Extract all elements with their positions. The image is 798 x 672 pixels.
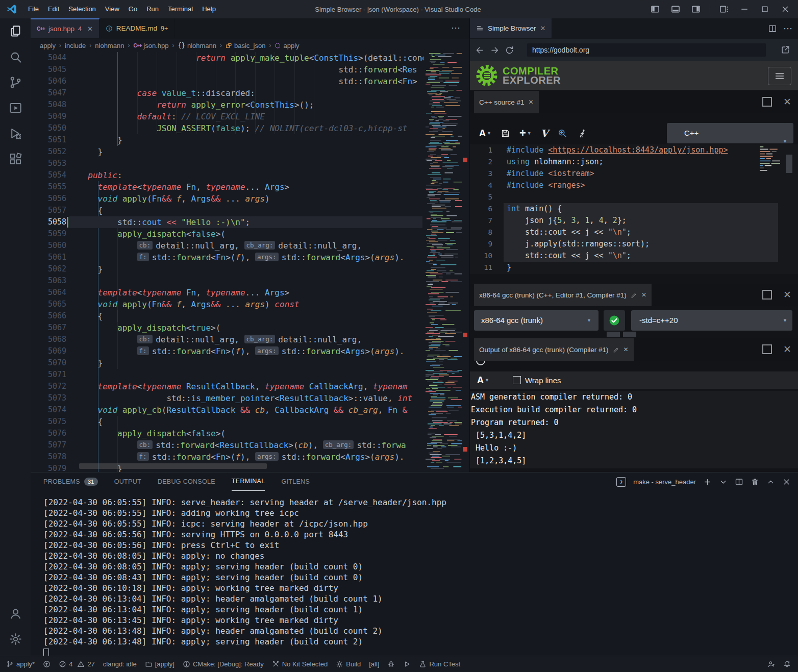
editor-horizontal-scrollbar[interactable]	[79, 463, 267, 469]
tab-json.hpp[interactable]: C++json.hpp4✕	[31, 18, 99, 38]
panel-tab-output[interactable]: OUTPUT	[114, 473, 141, 491]
maximize-pane-icon[interactable]	[762, 344, 772, 354]
code-line-5052[interactable]: 5052 }	[31, 146, 469, 158]
forward-icon[interactable]	[490, 45, 500, 55]
breadcrumb-item-include[interactable]: include	[65, 42, 86, 49]
minimap[interactable]	[423, 52, 462, 472]
status-cmake-target[interactable]: [all]	[369, 660, 379, 668]
code-line-5066[interactable]: 5066 {	[31, 310, 469, 322]
vim-mode-icon[interactable]: V	[541, 128, 548, 139]
maximize-pane-icon[interactable]	[762, 97, 772, 107]
menu-file[interactable]: File	[23, 0, 43, 18]
layout-sidebar-right-icon[interactable]	[687, 2, 705, 16]
close-pane-icon[interactable]: ✕	[783, 291, 791, 298]
code-line-5069[interactable]: 5069 f:std::forward<Fn>(f), args:std::fo…	[31, 345, 469, 357]
layout-sidebar-left-icon[interactable]	[646, 2, 664, 16]
code-line-5056[interactable]: 5056 void apply(Fn&& f, Args&& ... args)	[31, 193, 469, 205]
browser-more-actions-icon[interactable]: ⋯	[783, 23, 792, 34]
new-terminal-icon[interactable]	[703, 478, 712, 486]
minimize-button[interactable]	[736, 2, 753, 16]
close-window-button[interactable]	[777, 2, 794, 16]
kill-terminal-icon[interactable]	[751, 478, 759, 486]
code-line-5046[interactable]: 5046 std::forward<Fn>	[31, 76, 469, 87]
maximize-button[interactable]	[756, 2, 774, 16]
status-cmake-kit[interactable]: No Kit Selected	[272, 660, 328, 668]
font-size-button[interactable]: A▼	[479, 128, 491, 139]
code-line-5076[interactable]: 5076 apply_dispatch<false>(	[31, 428, 469, 439]
status-run-ctest[interactable]: Run CTest	[419, 660, 460, 668]
breadcrumb-item-nlohmann[interactable]: {}nlohmann	[178, 42, 216, 49]
godbolt-code-line-1[interactable]: 1#include <https://localhost:8443/apply/…	[470, 144, 798, 156]
edit-title-icon[interactable]	[613, 346, 619, 353]
open-external-icon[interactable]	[781, 45, 790, 55]
add-pane-button[interactable]: +▼	[519, 127, 532, 140]
cpp-insights-icon[interactable]	[557, 128, 567, 138]
compiler-select[interactable]: x86-64 gcc (trunk) ▼	[474, 310, 598, 331]
godbolt-code-line-3[interactable]: 3#include <iostream>	[470, 168, 798, 180]
menu-view[interactable]: View	[101, 0, 124, 18]
code-line-5044[interactable]: 5044 return apply_make_tuple<ConstThis>(…	[31, 52, 469, 64]
close-icon[interactable]: ✕	[529, 98, 534, 106]
code-line-5050[interactable]: 5050 JSON_ASSERT(false); // NOLINT(cert-…	[31, 122, 469, 134]
close-tab-icon[interactable]: ✕	[540, 24, 546, 32]
tab-output[interactable]: Output of x86-64 gcc (trunk) (Compiler #…	[474, 338, 634, 361]
godbolt-code-line-6[interactable]: 6int main() {	[470, 203, 798, 215]
code-line-5065[interactable]: 5065 void apply(Fn&& f, Args&& ... args)…	[31, 298, 469, 310]
close-icon[interactable]: ✕	[624, 346, 629, 353]
hamburger-menu-icon[interactable]	[768, 67, 791, 85]
close-panel-icon[interactable]	[782, 478, 791, 486]
wrap-lines-checkbox[interactable]	[513, 376, 521, 384]
terminal-output[interactable]: [2022-04-30 06:05:55] INFO: serve_header…	[43, 497, 788, 658]
breadcrumb-item-apply[interactable]: apply	[40, 42, 56, 49]
quick-bench-icon[interactable]	[577, 128, 587, 138]
panel-tab-gitlens[interactable]: GITLENS	[281, 473, 310, 491]
breadcrumb-item-nlohmann[interactable]: nlohmann	[95, 42, 124, 49]
code-line-5074[interactable]: 5074 void apply_cb(ResultCallback && cb,…	[31, 404, 469, 416]
status-feedback-icon[interactable]	[767, 660, 775, 668]
split-terminal-icon[interactable]	[735, 478, 743, 486]
code-line-5077[interactable]: 5077 cb:std::forward<ResultCallback>(cb)…	[31, 439, 469, 451]
code-line-5075[interactable]: 5075 {	[31, 416, 469, 428]
activity-source-control-icon[interactable]	[0, 69, 31, 95]
godbolt-source-editor[interactable]: 1#include <https://localhost:8443/apply/…	[470, 144, 798, 274]
compiler-options-input[interactable]: -std=c++20 ▼	[631, 310, 792, 331]
code-line-5048[interactable]: 5048 return apply_error<ConstThis>();	[31, 99, 469, 111]
code-line-5059[interactable]: 5059 apply_dispatch<false>(	[31, 228, 469, 240]
status-clangd-status[interactable]: clangd: idle	[103, 660, 137, 668]
status-notifications-icon[interactable]	[783, 660, 791, 668]
code-line-5060[interactable]: 5060 cb:detail::null_arg, cb_arg:detail:…	[31, 240, 469, 252]
status-git-branch-status[interactable]: apply*	[6, 660, 35, 668]
godbolt-code-line-10[interactable]: 10 std::cout << j << "\n";	[470, 250, 798, 262]
breadcrumb-item-basic_json[interactable]: basic_json	[226, 42, 265, 49]
panel-tab-problems[interactable]: PROBLEMS31	[43, 473, 98, 491]
reload-icon[interactable]	[505, 45, 514, 55]
status-cmake-launch[interactable]	[403, 660, 411, 668]
code-editor[interactable]: 5044 return apply_make_tuple<ConstThis>(…	[31, 52, 469, 472]
edit-title-icon[interactable]	[631, 292, 637, 298]
language-select[interactable]: C++▼	[667, 123, 793, 143]
menu-edit[interactable]: Edit	[43, 0, 64, 18]
customize-layout-icon[interactable]	[715, 2, 733, 16]
activity-cmake-icon[interactable]	[0, 95, 31, 120]
code-line-5078[interactable]: 5078 f:std::forward<Fn>(f), args:std::fo…	[31, 451, 469, 463]
menu-run[interactable]: Run	[142, 0, 163, 18]
split-editor-icon[interactable]	[768, 24, 777, 33]
tab-simple-browser[interactable]: Simple Browser ✕	[470, 18, 552, 38]
activity-settings-icon[interactable]	[0, 626, 31, 652]
code-line-5072[interactable]: 5072 template<typename ResultCallback, t…	[31, 381, 469, 392]
godbolt-code-line-9[interactable]: 9 j.apply(std::ranges::sort);	[470, 238, 798, 250]
godbolt-code-line-2[interactable]: 2using nlohmann::json;	[470, 156, 798, 168]
code-line-5062[interactable]: 5062 }	[31, 263, 469, 275]
status-publish-changes[interactable]	[43, 660, 51, 668]
code-line-5061[interactable]: 5061 f:std::forward<Fn>(f), args:std::fo…	[31, 252, 469, 263]
menu-go[interactable]: Go	[124, 0, 142, 18]
breadcrumb-item-apply[interactable]: apply	[275, 42, 299, 49]
breadcrumb-item-json.hpp[interactable]: C++json.hpp	[133, 42, 168, 49]
status-cmake-project[interactable]: [apply]	[145, 660, 174, 668]
status-cmake-build[interactable]: Build	[336, 660, 361, 668]
url-input[interactable]: https://godbolt.org	[527, 43, 766, 57]
code-line-5045[interactable]: 5045 std::forward<Res	[31, 64, 469, 76]
output-font-size-button[interactable]: A▼	[477, 375, 489, 386]
panel-tab-terminal[interactable]: TERMINAL	[232, 472, 265, 491]
panel-tab-debug-console[interactable]: DEBUG CONSOLE	[158, 473, 215, 491]
